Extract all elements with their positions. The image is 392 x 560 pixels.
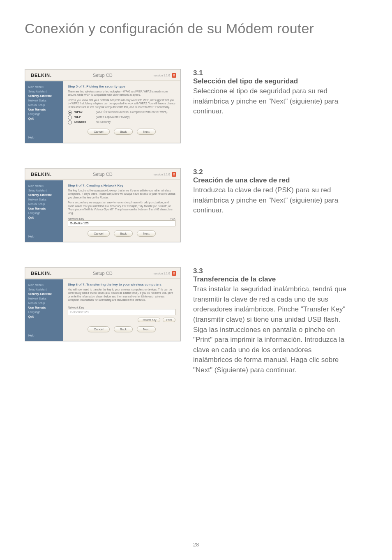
sidebar: Main Menu > Setup Assistant Security Ass… <box>25 81 63 143</box>
version-label: version 1.1.0 <box>154 272 170 275</box>
step-paragraph: The key functions like a password, excep… <box>68 189 175 199</box>
field-label: Network Key <box>68 217 84 220</box>
sidebar: Main Menu > Setup Assistant Security Ass… <box>25 180 63 242</box>
section-heading: Transferencia de la clave <box>193 275 276 283</box>
next-button[interactable]: Next <box>137 129 155 135</box>
page-number: 28 <box>0 542 392 548</box>
row-3-2: BELKIN. Setup CD version 1.1.0X Main Men… <box>25 168 367 242</box>
section-number: 3.1 <box>193 69 208 77</box>
section-body: Introduzca la clave de red (PSK) para su… <box>193 185 351 216</box>
step-title: Step 6 of 7: Transferring the key to you… <box>68 283 175 286</box>
window-title: Setup CD <box>93 271 113 276</box>
sidebar-item-user-manuals[interactable]: User Manuals <box>28 107 60 112</box>
step-paragraph: There are two wireless security technolo… <box>68 90 175 97</box>
radio-disabled[interactable]: DisabledNo Security <box>68 120 175 124</box>
brand-label: BELKIN. <box>31 172 52 177</box>
sidebar-item-security-assistant[interactable]: Security Assistant <box>28 94 60 98</box>
sidebar-item[interactable]: Main Menu > <box>28 283 60 287</box>
step-paragraph: For a secure key, we suggest an easy-to-… <box>68 201 175 215</box>
sidebar-help[interactable]: Help <box>28 333 60 338</box>
close-icon[interactable]: X <box>172 271 176 276</box>
cancel-button[interactable]: Cancel <box>88 326 109 332</box>
screenshot-3-3: BELKIN. Setup CD version 1.1.0X Main Men… <box>25 267 181 341</box>
sidebar-item-quit[interactable]: Quit <box>28 215 60 220</box>
step-paragraph: Unless you know that your network adapte… <box>68 99 175 109</box>
radio-icon[interactable] <box>68 115 72 120</box>
sidebar-item[interactable]: Network Status <box>28 98 60 103</box>
next-button[interactable]: Next <box>137 326 155 332</box>
cancel-button[interactable]: Cancel <box>88 129 109 135</box>
field-label: Network Key <box>68 306 175 309</box>
cancel-button[interactable]: Cancel <box>88 230 109 237</box>
section-heading: Creación de una clave de red <box>193 176 290 184</box>
step-paragraph: You will now need to transfer the key to… <box>68 288 175 302</box>
sidebar-item-user-manuals[interactable]: User Manuals <box>28 305 60 310</box>
version-label: version 1.1.0 <box>154 74 170 77</box>
radio-icon[interactable] <box>68 111 72 115</box>
print-button[interactable]: Print <box>163 318 175 322</box>
sidebar-item[interactable]: Network Status <box>28 296 60 301</box>
sidebar-item-quit[interactable]: Quit <box>28 314 60 319</box>
brand-label: BELKIN. <box>31 73 52 78</box>
sidebar-item[interactable]: Language <box>28 310 60 314</box>
sidebar-item[interactable]: Manual Setup <box>28 103 60 107</box>
sidebar-item[interactable]: Manual Setup <box>28 202 60 206</box>
sidebar: Main Menu > Setup Assistant Security Ass… <box>25 279 63 341</box>
sidebar-item[interactable]: Setup Assistant <box>28 287 60 292</box>
radio-wpa2[interactable]: WPA2(Wi-Fi® Protected Access. Compatible… <box>68 111 175 115</box>
section-heading: Selección del tipo de seguridad <box>193 77 298 85</box>
section-body: Seleccione el tipo de seguridad para su … <box>193 86 351 117</box>
page-title: Conexión y configuración de su Módem rou… <box>25 21 367 37</box>
section-number: 3.2 <box>193 168 208 176</box>
sidebar-help[interactable]: Help <box>28 135 60 140</box>
sidebar-item-security-assistant[interactable]: Security Assistant <box>28 292 60 296</box>
sidebar-item[interactable]: Main Menu > <box>28 184 60 188</box>
network-key-input[interactable]: GoBelkin123 <box>68 220 175 226</box>
brand-label: BELKIN. <box>31 271 52 276</box>
step-title: Step 5 of 7: Picking the security type <box>68 85 175 88</box>
section-body: Tras instalar la seguridad inalámbrica, … <box>193 284 351 376</box>
sidebar-item[interactable]: Language <box>28 112 60 116</box>
window-title: Setup CD <box>93 172 113 177</box>
transfer-key-button[interactable]: Transfer Key <box>138 318 160 322</box>
sidebar-item[interactable]: Setup Assistant <box>28 89 60 94</box>
back-button[interactable]: Back <box>114 326 133 332</box>
sidebar-item[interactable]: Language <box>28 211 60 215</box>
sidebar-help[interactable]: Help <box>28 234 60 239</box>
sidebar-item[interactable]: Network Status <box>28 197 60 202</box>
sidebar-item[interactable]: Setup Assistant <box>28 188 60 193</box>
network-key-input[interactable]: GoBelkin123 <box>68 309 175 315</box>
sidebar-item[interactable]: Manual Setup <box>28 301 60 305</box>
screenshot-3-2: BELKIN. Setup CD version 1.1.0X Main Men… <box>25 168 181 242</box>
radio-wep[interactable]: WEP(Wired Equivalent Privacy) <box>68 115 175 120</box>
back-button[interactable]: Back <box>114 129 133 135</box>
screenshot-3-1: BELKIN. Setup CD version 1.1.0X Main Men… <box>25 69 181 143</box>
sidebar-item-security-assistant[interactable]: Security Assistant <box>28 193 60 197</box>
back-button[interactable]: Back <box>114 230 133 237</box>
sidebar-item-quit[interactable]: Quit <box>28 116 60 121</box>
row-3-1: BELKIN. Setup CD version 1.1.0X Main Men… <box>25 69 367 143</box>
window-title: Setup CD <box>93 73 113 78</box>
title-rule <box>25 40 367 40</box>
field-right-label: PSK <box>170 217 175 220</box>
sidebar-item[interactable]: Main Menu > <box>28 85 60 89</box>
next-button[interactable]: Next <box>137 230 155 237</box>
version-label: version 1.1.0 <box>154 173 170 176</box>
sidebar-item-user-manuals[interactable]: User Manuals <box>28 206 60 211</box>
row-3-3: BELKIN. Setup CD version 1.1.0X Main Men… <box>25 267 367 376</box>
section-number: 3.3 <box>193 267 208 275</box>
step-title: Step 6 of 7: Creating a Network Key <box>68 184 175 187</box>
radio-icon[interactable] <box>68 120 72 124</box>
close-icon[interactable]: X <box>172 172 176 177</box>
close-icon[interactable]: X <box>172 73 176 78</box>
